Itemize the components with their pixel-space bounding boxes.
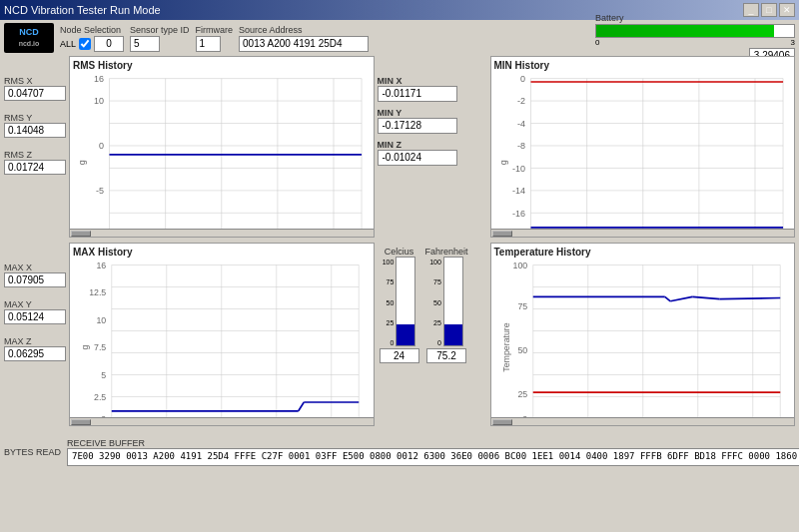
min-x-value: -0.01171 bbox=[378, 86, 457, 102]
fahrenheit-body bbox=[443, 257, 463, 346]
svg-text:0: 0 bbox=[99, 141, 104, 151]
min-y-value: -0.17128 bbox=[378, 118, 457, 134]
rms-chart-panel: RMS History 16 10 0 -5 -16 g bbox=[69, 56, 375, 238]
max-x-label: MAX X bbox=[4, 263, 66, 272]
svg-text:75: 75 bbox=[517, 301, 527, 311]
bytes-read-label: BYTES READ bbox=[4, 447, 61, 457]
svg-text:7.5: 7.5 bbox=[94, 342, 106, 352]
min-z-label: MIN Z bbox=[378, 140, 402, 150]
source-address-input[interactable] bbox=[239, 36, 369, 52]
rms-scrollbar[interactable] bbox=[70, 229, 374, 237]
svg-text:10: 10 bbox=[94, 96, 104, 106]
svg-text:-8: -8 bbox=[516, 141, 524, 151]
receive-group: RECEIVE BUFFER 7E00 3290 0013 A200 4191 … bbox=[67, 438, 799, 466]
svg-text:-10: -10 bbox=[511, 164, 524, 174]
svg-text:50: 50 bbox=[517, 345, 527, 355]
firmware-input[interactable] bbox=[196, 36, 221, 52]
source-address-group: Source Address bbox=[239, 25, 369, 52]
rms-y-value: 0.14048 bbox=[4, 123, 66, 138]
fahrenheit-fill bbox=[444, 324, 462, 345]
rms-z-value: 0.01724 bbox=[4, 160, 66, 175]
svg-text:g: g bbox=[497, 160, 507, 165]
all-checkbox[interactable] bbox=[79, 38, 91, 50]
temp-chart-panel: Temperature History 100 75 50 25 0 Tempe… bbox=[490, 243, 796, 426]
all-label: ALL bbox=[60, 39, 76, 49]
svg-line-102 bbox=[670, 296, 692, 300]
max-y-metric: MAX Y 0.05124 bbox=[4, 299, 66, 324]
sensor-type-group: Sensor type ID bbox=[130, 25, 190, 52]
thermometers-row: Celcius 100 75 50 25 0 24 Fa bbox=[380, 247, 485, 363]
min-scrollbar-thumb[interactable] bbox=[492, 231, 512, 237]
window-title: NCD Vibration Tester Run Mode bbox=[4, 4, 161, 16]
fahrenheit-therm: Fahrenheit 100 75 50 25 0 75.2 bbox=[425, 247, 468, 363]
temp-chart: 100 75 50 25 0 Temperature 16:05:12 16:3… bbox=[494, 260, 792, 426]
svg-text:0: 0 bbox=[519, 74, 524, 84]
min-x-label: MIN X bbox=[378, 76, 402, 86]
max-y-label: MAX Y bbox=[4, 299, 66, 309]
min-x-group: MIN X -0.01171 bbox=[378, 74, 487, 102]
sensor-type-label: Sensor type ID bbox=[130, 25, 190, 35]
svg-text:12.5: 12.5 bbox=[89, 287, 106, 297]
svg-text:-16: -16 bbox=[511, 209, 524, 219]
rms-x-value: 0.04707 bbox=[4, 86, 66, 101]
min-values-panel: MIN X -0.01171 MIN Y -0.17128 MIN Z -0.0… bbox=[378, 56, 487, 238]
max-scrollbar-thumb[interactable] bbox=[71, 419, 91, 425]
svg-text:2.5: 2.5 bbox=[94, 392, 106, 402]
svg-text:-2: -2 bbox=[516, 96, 524, 106]
celsius-scale-100: 100 bbox=[383, 259, 395, 266]
celsius-scale-75: 75 bbox=[383, 278, 395, 285]
rms-scrollbar-thumb[interactable] bbox=[71, 231, 91, 237]
header-bar: NCDncd.io Node Selection ALL Sensor type… bbox=[0, 20, 799, 56]
min-y-group: MIN Y -0.17128 bbox=[378, 106, 487, 134]
max-x-metric: MAX X 0.07905 bbox=[4, 263, 66, 287]
rms-y-metric: RMS Y 0.14048 bbox=[4, 113, 66, 138]
svg-text:-14: -14 bbox=[511, 186, 524, 196]
rms-x-label: RMS X bbox=[4, 76, 66, 86]
max-z-label: MAX Z bbox=[4, 336, 66, 346]
celsius-value: 24 bbox=[380, 348, 419, 363]
max-scrollbar[interactable] bbox=[70, 417, 374, 425]
celsius-therm: Celcius 100 75 50 25 0 24 bbox=[380, 247, 419, 363]
celsius-scale-0: 0 bbox=[383, 339, 395, 346]
svg-line-75 bbox=[299, 402, 305, 411]
node-value-input[interactable] bbox=[94, 36, 124, 52]
svg-line-104 bbox=[719, 298, 780, 299]
celsius-scale-50: 50 bbox=[383, 299, 395, 306]
max-chart-panel: MAX History 16 12.5 10 7.5 5 2.5 0 g bbox=[69, 243, 375, 426]
min-y-label: MIN Y bbox=[378, 108, 402, 118]
svg-text:5: 5 bbox=[101, 370, 106, 380]
svg-text:25: 25 bbox=[517, 389, 527, 399]
receive-buffer-label: RECEIVE BUFFER bbox=[67, 438, 799, 448]
f-scale-50: 50 bbox=[429, 299, 441, 306]
svg-text:10: 10 bbox=[96, 315, 106, 325]
fahrenheit-label: Fahrenheit bbox=[425, 247, 468, 257]
celsius-label: Celcius bbox=[385, 247, 414, 257]
svg-text:100: 100 bbox=[512, 261, 527, 270]
f-scale-100: 100 bbox=[429, 259, 441, 266]
bottom-bar: BYTES READ RECEIVE BUFFER 7E00 3290 0013… bbox=[0, 428, 799, 476]
battery-label: Battery bbox=[595, 13, 795, 23]
min-chart-panel: MIN History 0 -2 -4 -8 -10 -14 -16 bbox=[490, 56, 796, 238]
max-y-value: 0.05124 bbox=[4, 309, 66, 324]
logo: NCDncd.io bbox=[4, 23, 54, 53]
svg-text:-4: -4 bbox=[516, 119, 524, 129]
celsius-fill bbox=[397, 324, 414, 345]
temp-scrollbar[interactable] bbox=[491, 417, 795, 425]
battery-fill bbox=[596, 25, 774, 37]
svg-line-101 bbox=[664, 296, 670, 300]
svg-text:16: 16 bbox=[96, 261, 106, 270]
temp-scrollbar-thumb[interactable] bbox=[492, 419, 512, 425]
battery-bar bbox=[595, 24, 795, 38]
max-x-value: 0.07905 bbox=[4, 272, 66, 287]
source-address-label: Source Address bbox=[239, 25, 303, 35]
max-z-metric: MAX Z 0.06295 bbox=[4, 336, 66, 361]
max-metrics: MAX X 0.07905 MAX Y 0.05124 MAX Z 0.0629… bbox=[4, 243, 66, 426]
sensor-type-input[interactable] bbox=[130, 36, 160, 52]
min-scrollbar[interactable] bbox=[491, 229, 795, 237]
svg-text:g: g bbox=[77, 160, 87, 165]
svg-text:16: 16 bbox=[94, 74, 104, 84]
rms-metrics: RMS X 0.04707 RMS Y 0.14048 RMS Z 0.0172… bbox=[4, 56, 66, 238]
rms-z-metric: RMS Z 0.01724 bbox=[4, 150, 66, 175]
rms-z-label: RMS Z bbox=[4, 150, 66, 160]
fahrenheit-value: 75.2 bbox=[426, 348, 466, 363]
